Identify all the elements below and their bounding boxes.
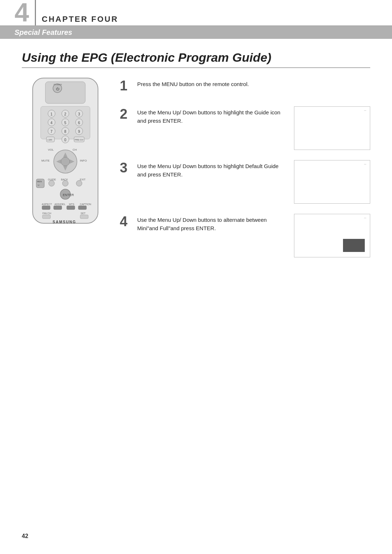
svg-point-43 — [49, 180, 54, 186]
step-3-text: Use the Menu Up/ Down buttons to highlig… — [137, 160, 287, 179]
svg-point-45 — [76, 180, 82, 186]
svg-text:8: 8 — [64, 130, 66, 134]
step-4-row: 4 Use the Menu Up/ Down buttons to alter… — [120, 210, 370, 261]
chapter-title-block: CHAPTER FOUR — [35, 0, 118, 25]
step-2-row: 2 Use the Menu Up/ Down buttons to highl… — [120, 103, 370, 154]
svg-text:ADD/DEL: ADD/DEL — [54, 203, 65, 205]
svg-rect-1 — [45, 82, 85, 103]
svg-text:+100: +100 — [47, 139, 52, 141]
svg-text:MTS: MTS — [69, 203, 74, 205]
chapter-subtitle-bar: Special Features — [0, 26, 392, 39]
page-number: 42 — [22, 533, 28, 539]
svg-text:PRE-CH: PRE-CH — [75, 139, 83, 141]
svg-text:CH: CH — [73, 148, 77, 151]
svg-text:EXIT: EXIT — [80, 178, 86, 181]
step-2-image-box — [294, 106, 370, 150]
step-3-number: 3 — [120, 161, 134, 175]
chapter-number: 4 — [0, 0, 35, 25]
step-2-number: 2 — [120, 107, 134, 121]
svg-text:3: 3 — [78, 112, 80, 116]
svg-text:2: 2 — [64, 112, 66, 116]
svg-text:U: U — [38, 184, 39, 186]
svg-rect-61 — [42, 215, 50, 219]
svg-text:INFO: INFO — [80, 159, 87, 162]
svg-text:6: 6 — [78, 121, 80, 125]
svg-text:VOL: VOL — [48, 148, 54, 151]
step-4-image-box — [294, 214, 370, 257]
svg-rect-58 — [78, 206, 86, 209]
svg-text:1: 1 — [50, 112, 53, 116]
svg-rect-62 — [80, 215, 88, 219]
svg-text:ENTER: ENTER — [63, 193, 74, 197]
svg-text:0: 0 — [64, 138, 66, 142]
svg-text:4: 4 — [50, 121, 53, 125]
step-1-text: Press the MENU button on the remote cont… — [137, 78, 370, 89]
chapter-subtitle: Special Features — [15, 28, 72, 36]
header-bar: 4 CHAPTER FOUR — [0, 0, 392, 26]
mini-screen-thumbnail — [343, 239, 365, 252]
chapter-label: CHAPTER FOUR — [42, 15, 118, 24]
page-title: Using the EPG (Electronic Program Guide) — [22, 50, 370, 68]
svg-rect-57 — [67, 206, 75, 209]
svg-text:9: 9 — [78, 130, 80, 134]
remote-control-column: ⏻ POWER 1 2 3 4 5 6 7 — [22, 74, 109, 264]
step-3-row: 3 Use the Menu Up/ Down buttons to highl… — [120, 156, 370, 207]
svg-text:⏻: ⏻ — [56, 87, 60, 91]
svg-rect-56 — [54, 206, 62, 209]
svg-rect-55 — [42, 206, 50, 209]
svg-text:CAPTION: CAPTION — [80, 203, 91, 205]
svg-text:MUTE: MUTE — [41, 159, 50, 162]
svg-text:FAV.CH: FAV.CH — [42, 212, 51, 215]
step-4-number: 4 — [120, 215, 134, 228]
step-2-text: Use the Menu Up/ Down buttons to highlig… — [137, 106, 287, 125]
steps-column: 1 Press the MENU button on the remote co… — [120, 74, 370, 264]
step-3-image-box — [294, 160, 370, 204]
step-4-text: Use the Menu Up/ Down buttons to alterna… — [137, 214, 287, 232]
content-area: ⏻ POWER 1 2 3 4 5 6 7 — [0, 74, 392, 264]
svg-text:SAMSUNG: SAMSUNG — [53, 220, 76, 224]
svg-text:MEN: MEN — [37, 180, 42, 183]
svg-point-44 — [62, 180, 68, 186]
svg-text:5: 5 — [64, 121, 66, 125]
step-1-number: 1 — [120, 79, 134, 93]
svg-point-39 — [61, 157, 70, 166]
svg-text:ASPECT: ASPECT — [42, 203, 52, 205]
svg-text:POWER: POWER — [54, 83, 62, 86]
svg-text:7: 7 — [50, 130, 53, 134]
step-1-row: 1 Press the MENU button on the remote co… — [120, 74, 370, 96]
svg-text:SET: SET — [81, 212, 86, 215]
remote-control-image: ⏻ POWER 1 2 3 4 5 6 7 — [25, 74, 105, 228]
